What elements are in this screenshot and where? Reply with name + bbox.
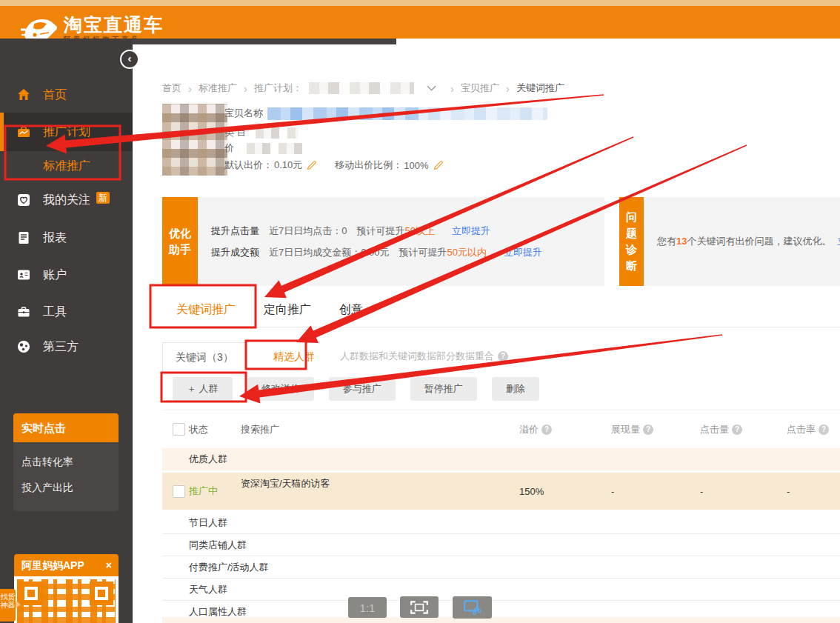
col-ctr: 点击率?	[787, 423, 840, 436]
opt-row1-boost-link[interactable]: 立即提升	[452, 224, 490, 238]
optimize-helper-banner: 优化助手 提升点击量 近7日日均点击：0 预计可提升50以上 立即提升 提升成交…	[162, 197, 604, 286]
find-goods-tag-line: 找货	[0, 593, 16, 601]
zoom-1to1-button[interactable]: 1:1	[348, 597, 387, 618]
sidebar-subitem-label: 标准推广	[43, 159, 90, 174]
subtab-keywords[interactable]: 关键词（3）	[162, 342, 247, 371]
sidebar-collapse-button[interactable]: ‹	[120, 50, 139, 69]
fit-screen-button[interactable]	[400, 596, 439, 618]
chevron-right-icon: ›	[188, 82, 192, 95]
help-icon[interactable]: ?	[541, 424, 552, 435]
group-row-similar-shop: 同类店铺人群	[162, 534, 840, 556]
next-row-strip	[162, 617, 840, 623]
join-promo-button[interactable]: 参与推广	[329, 377, 396, 401]
col-clicks: 点击量?	[700, 423, 787, 436]
col-search-promo: 搜索推广	[241, 423, 519, 436]
help-icon[interactable]: ?	[498, 351, 508, 362]
sidebar-item-label: 账户	[43, 267, 67, 283]
qr-finder	[90, 582, 113, 605]
snip-button[interactable]	[453, 596, 492, 619]
realtime-panel-title: 实时点击	[13, 413, 119, 442]
status-badge: 推广中	[189, 484, 241, 498]
opt-row2-boost-link[interactable]: 立即提升	[504, 246, 542, 259]
sidebar-item-label: 工具	[43, 304, 67, 320]
sidebar-item-standard-promo[interactable]: 标准推广	[0, 155, 133, 177]
add-crowd-button[interactable]: ＋ 人群	[173, 377, 233, 401]
snip-scissors-icon	[463, 599, 482, 616]
new-badge: 新	[96, 192, 110, 204]
product-name-row: 宝贝名称	[224, 107, 547, 120]
crowd-name[interactable]: 资深淘宝/天猫的访客	[241, 473, 519, 490]
help-icon[interactable]: ?	[643, 424, 653, 435]
diagnosis-banner: 问题诊断 您有13个关键词有出价问题，建议优化。 立即	[619, 197, 840, 286]
tab-targeting-promo[interactable]: 定向推广	[264, 302, 311, 318]
table-header-row: 状态 搜索推广 溢价? 展现量? 点击量? 点击率?	[162, 410, 840, 448]
default-bid-label: 默认出价：	[224, 159, 273, 172]
thirdparty-icon	[16, 339, 31, 354]
close-icon[interactable]: ×	[106, 554, 112, 576]
report-icon	[16, 230, 31, 245]
help-icon[interactable]: ?	[819, 424, 829, 435]
fit-screen-icon	[410, 600, 429, 615]
find-goods-tag[interactable]: 找货 神器	[0, 589, 16, 622]
find-goods-tag-line: 神器	[0, 601, 16, 609]
sidebar-item-reports[interactable]: 报表	[0, 227, 133, 249]
select-all-checkbox[interactable]	[173, 423, 185, 436]
breadcrumb: 首页 › 标准推广 › 推广计划： › 宝贝推广 › 关键词推广	[162, 81, 564, 95]
subtab-selected-crowd[interactable]: 精选人群	[259, 342, 330, 370]
home-icon	[16, 87, 31, 102]
delete-button[interactable]: 删除	[492, 377, 539, 401]
sidebar-item-account[interactable]: 账户	[0, 264, 133, 286]
realtime-item-conversion[interactable]: 点击转化率	[21, 456, 119, 469]
group-label: 付费推广/活动人群	[189, 556, 840, 578]
sidebar-item-campaigns[interactable]: 推广计划	[0, 121, 133, 143]
breadcrumb-current: 关键词推广	[516, 81, 564, 95]
sidebar-item-label: 第三方	[43, 339, 79, 355]
tab-creative[interactable]: 创意	[339, 302, 363, 318]
bid-settings-row: 默认出价： 0.10元 移动出价比例： 100%	[224, 159, 447, 172]
sidebar-item-favorites[interactable]: 我的关注 新	[0, 189, 133, 211]
row-checkbox[interactable]	[173, 485, 185, 498]
logo-title: 淘宝直通车	[64, 15, 164, 34]
breadcrumb-standard[interactable]: 标准推广	[199, 81, 237, 95]
edit-pencil-icon[interactable]	[433, 160, 444, 170]
product-name-redacted	[267, 107, 547, 120]
chevron-right-icon: ›	[244, 82, 247, 95]
group-row-paid-activity: 付费推广/活动人群	[162, 556, 840, 579]
diagnosis-badge: 问题诊断	[619, 197, 644, 286]
product-price-redacted	[247, 143, 307, 154]
product-name-label: 宝贝名称	[224, 107, 263, 120]
sidebar-item-thirdparty[interactable]: 第三方	[0, 336, 133, 358]
edit-premium-button[interactable]: 修改溢价	[247, 377, 314, 401]
breadcrumb-home[interactable]: 首页	[162, 81, 181, 95]
default-bid-value: 0.10元	[274, 159, 302, 172]
product-category-redacted	[256, 127, 299, 139]
plan-name-redacted	[309, 82, 414, 94]
edit-pencil-icon[interactable]	[307, 160, 317, 170]
table-row[interactable]: 推广中 资深淘宝/天猫的访客 150% - - -	[162, 470, 840, 512]
col-premium: 溢价?	[519, 423, 611, 436]
breadcrumb-item-promo[interactable]: 宝贝推广	[461, 81, 499, 95]
opt-row1-title: 提升点击量	[211, 224, 259, 238]
ctr-value: -	[787, 486, 840, 497]
product-category-label: 类 目	[224, 126, 247, 139]
top-accent-strip	[0, 0, 840, 6]
help-icon[interactable]: ?	[732, 424, 742, 435]
opt-row2-title: 提升成交额	[211, 246, 259, 259]
realtime-item-roi[interactable]: 投入产出比	[21, 482, 119, 495]
diagnosis-view-link[interactable]: 立即	[837, 236, 840, 247]
group-label: 优质人群	[189, 448, 840, 470]
sidebar-item-home[interactable]: 首页	[0, 84, 133, 106]
sidebar-item-label: 报表	[43, 230, 67, 246]
opt-row2-predict: 预计可提升50元以内	[399, 246, 487, 259]
opt-row2-desc: 近7日日均成交金额：0.00元	[269, 246, 390, 259]
mobile-ratio-value: 100%	[404, 160, 428, 171]
breadcrumb-plan-label: 推广计划：	[254, 81, 302, 95]
col-impressions: 展现量?	[611, 423, 700, 436]
chevron-right-icon: ›	[506, 82, 510, 95]
chevron-down-icon[interactable]	[427, 85, 436, 91]
tab-keyword-promo[interactable]: 关键词推广	[176, 302, 236, 318]
chevron-right-icon: ›	[450, 82, 454, 95]
pause-promo-button[interactable]: 暂停推广	[410, 377, 477, 401]
sidebar-item-tools[interactable]: 工具	[0, 301, 133, 323]
diagnosis-text: 您有13个关键词有出价问题，建议优化。 立即	[657, 235, 840, 248]
